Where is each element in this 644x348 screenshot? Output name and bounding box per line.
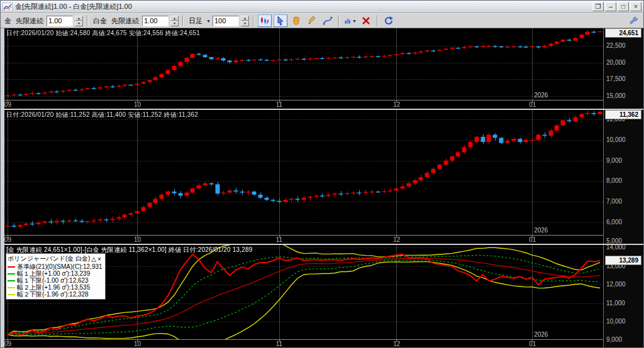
legend-line-swatch	[8, 266, 15, 268]
platinum-chart-panel: 日付:2026/01/20 始値:11,252 高値:11,400 安値:11,…	[4, 110, 643, 244]
toolbar-separator	[377, 15, 378, 26]
gold-chart-header: 日付:2026/01/20 始値:24,580 高値:24,675 安値:24,…	[6, 29, 200, 38]
toolbar-separator	[253, 15, 254, 26]
legend-line-swatch	[8, 294, 15, 295]
gold-chart-plot[interactable]	[4, 28, 603, 109]
legend-line-swatch	[8, 273, 15, 275]
line-chart-icon	[3, 3, 13, 11]
hand-tool-icon	[291, 16, 301, 26]
gold-chart-panel: 日付:2026/01/20 始値:24,580 高値:24,675 安値:24,…	[4, 28, 643, 109]
y-axis-label: 20,000	[606, 59, 626, 66]
close-button[interactable]: ×	[630, 2, 641, 11]
restore-window-button[interactable]: ❐	[592, 2, 604, 11]
period-dropdown-icon[interactable]: ▼	[206, 19, 211, 23]
bar-count-stepper[interactable]: ▲▼	[241, 16, 249, 26]
y-axis-label: 8,000	[606, 177, 622, 184]
legend-entry-label: 幅２下限(-1.96 σ'):12,328	[17, 291, 89, 298]
chart-area: 日付:2026/01/20 始値:24,580 高値:24,675 安値:24,…	[1, 28, 643, 347]
legend-entry: 基準線(21)(0)(SMA)(C):12,931	[8, 263, 103, 270]
title-bar[interactable]: 金[先限連続]1.00 - 白金[先限連続]1.00 ❐ – □ ×	[1, 1, 643, 13]
curve-tool-icon	[323, 16, 333, 26]
platinum-multiplier-input[interactable]	[142, 16, 169, 26]
y-axis-label: 9,000	[606, 336, 622, 343]
delete-indicator-button[interactable]	[359, 14, 373, 27]
legend-line-swatch	[8, 280, 15, 281]
platinum-price-axis[interactable]: 11,362 11,00010,0009,0008,0007,0006,0005…	[603, 110, 643, 244]
legend-collapse-button[interactable]: △	[91, 256, 96, 263]
kline-tool-icon	[260, 16, 270, 26]
legend-entry-label: 幅１上限(+1.00 σ'):13,239	[17, 270, 90, 277]
window-title: 金[先限連続]1.00 - 白金[先限連続]1.00	[15, 2, 591, 11]
bar-count-input[interactable]	[213, 16, 239, 26]
toolbar-separator	[87, 15, 88, 26]
spread-current-value-box: 13,289	[605, 256, 641, 265]
indicator-dropdown-icon: ▼	[352, 19, 357, 23]
y-axis-label: 11,000	[606, 300, 625, 307]
refresh-button[interactable]	[382, 14, 396, 27]
select-tool-icon	[275, 16, 286, 26]
legend-entry: 幅２下限(-1.96 σ'):12,328	[8, 291, 103, 298]
indicator-menu-button[interactable]: ▼	[343, 14, 357, 27]
chart-window: 金[先限連続]1.00 - 白金[先限連続]1.00 ❐ – □ × 金 先限連…	[0, 0, 644, 348]
platinum-chart-plot[interactable]	[4, 110, 603, 244]
toolbar-separator	[182, 15, 184, 26]
gold-multiplier-input[interactable]	[47, 16, 73, 26]
legend-entry-label: 基準線(21)(0)(SMA)(C):12,931	[17, 263, 103, 270]
toolbar-separator	[338, 15, 340, 26]
y-axis-label: 14,000	[606, 244, 626, 251]
settings-button[interactable]	[627, 14, 641, 27]
y-axis-label: 10,000	[606, 136, 626, 143]
gold-price-axis[interactable]: 24,651 22,50020,00017,50015,000	[603, 28, 643, 109]
minimize-button[interactable]: –	[605, 2, 616, 11]
toolbar: 金 先限連続 ▲▼ 白金 先限連続 ▲▼ 日足 ▼ ▲▼	[1, 13, 643, 28]
y-axis-label: 5,000	[606, 237, 622, 244]
gold-label: 金	[4, 16, 11, 26]
platinum-chart-header: 日付:2026/01/20 始値:11,252 高値:11,400 安値:11,…	[6, 111, 198, 119]
platinum-series-label: 先限連続	[111, 16, 139, 26]
gold-multiplier-stepper[interactable]: ▲▼	[75, 16, 83, 26]
maximize-button[interactable]: □	[618, 2, 629, 11]
indicator-chart-icon	[344, 16, 352, 26]
legend-entry: 幅１下限(-1.00 σ'):12,623	[8, 277, 103, 284]
y-axis-label: 6,000	[606, 219, 622, 226]
period-label: 日足	[189, 16, 203, 26]
legend-title: ボリンジャーバンド(金 白金)	[8, 254, 90, 263]
legend-entry-label: 幅２上限(+1.96 σ'):13,535	[17, 284, 90, 291]
pencil-tool-icon	[307, 16, 317, 26]
platinum-multiplier-stepper[interactable]: ▲▼	[170, 16, 179, 26]
wrench-icon	[630, 16, 639, 26]
y-axis-label: 7,000	[606, 198, 622, 205]
legend-entry: 幅２上限(+1.96 σ'):13,535	[8, 284, 103, 291]
legend-entry-label: 幅１下限(-1.00 σ'):12,623	[17, 277, 89, 284]
select-tool-button[interactable]	[274, 14, 287, 27]
delete-indicator-icon	[361, 16, 371, 26]
kline-tool-button[interactable]	[258, 14, 272, 27]
gold-current-price-box: 24,651	[605, 28, 641, 38]
bollinger-legend: ボリンジャーバンド(金 白金) △ × 基準線(21)(0)(SMA)(C):1…	[6, 253, 106, 300]
curve-tool-button[interactable]	[321, 14, 335, 27]
y-axis-label: 15,000	[606, 92, 626, 99]
platinum-current-price-box: 11,362	[605, 110, 641, 119]
y-axis-label: 17,500	[606, 75, 626, 82]
y-axis-label: 22,500	[606, 42, 626, 49]
y-axis-label: 10,000	[606, 318, 626, 325]
legend-line-swatch	[8, 287, 15, 288]
legend-entry: 幅１上限(+1.00 σ'):13,239	[8, 270, 103, 277]
gold-series-label: 先限連続	[16, 16, 43, 26]
platinum-label: 白金	[93, 16, 107, 26]
y-axis-label: 9,000	[606, 157, 622, 164]
legend-close-button[interactable]: ×	[97, 256, 101, 263]
hand-tool-button[interactable]	[289, 14, 303, 27]
spread-price-axis[interactable]: 13,289 14,00013,00012,00011,00010,0009,0…	[603, 245, 643, 348]
refresh-icon	[384, 16, 394, 26]
pencil-tool-button[interactable]	[305, 14, 319, 27]
y-axis-label: 12,000	[606, 281, 626, 288]
legend-rows: 基準線(21)(0)(SMA)(C):12,931幅１上限(+1.00 σ'):…	[8, 263, 103, 298]
spread-chart-panel: [金 先限連続 24,651×1.00]-[白金 先限連続 11,362×1.0…	[4, 245, 643, 348]
